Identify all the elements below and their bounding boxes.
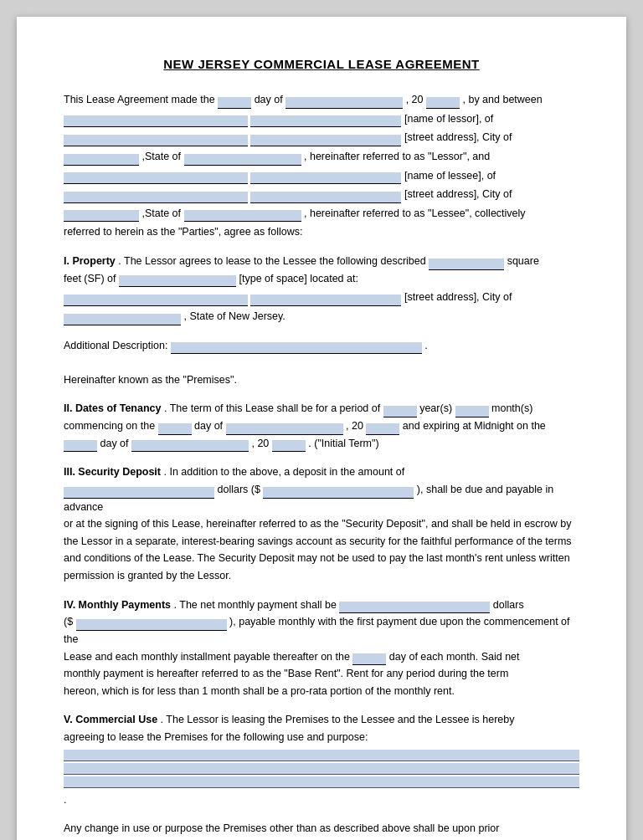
years-num-field[interactable]	[383, 406, 417, 417]
hereinafter-premises: Hereinafter known as the "Premises".	[64, 374, 237, 386]
section-1-label: I. Property	[64, 255, 116, 267]
street-address-label: [street address], City of	[404, 131, 512, 143]
section-5-text1: . The Lessor is leasing the Premises to …	[161, 714, 515, 725]
use-field-1[interactable]	[64, 750, 579, 761]
commencing-row: commencing on the day of , 20 and expiri…	[64, 417, 579, 435]
section-1: I. Property . The Lessor agrees to lease…	[64, 253, 579, 325]
monthly-payment-field[interactable]	[339, 602, 490, 613]
use-period: .	[64, 794, 66, 806]
by-between: , by and between	[462, 94, 542, 105]
lessor-address-field[interactable]	[64, 135, 248, 146]
commence-day-field[interactable]	[158, 423, 192, 435]
lessee-address-field2[interactable]	[250, 192, 401, 203]
hereinafter-lessor: , hereinafter referred to as "Lessor", a…	[304, 151, 490, 162]
lessor-name-row: [name of lessor], of	[64, 110, 579, 128]
use-field-2[interactable]	[64, 763, 579, 775]
expire-month-field[interactable]	[131, 440, 249, 452]
day-field[interactable]	[218, 97, 251, 109]
state-of2-label: ,State of	[141, 207, 183, 219]
section-5: V. Commercial Use . The Lessor is leasin…	[64, 711, 579, 808]
monthly-paren-field[interactable]	[76, 619, 227, 631]
comma-20: , 20	[406, 94, 424, 105]
section-5-label: V. Commercial Use	[64, 714, 157, 725]
lessee-street-label: [street address], City of	[404, 188, 512, 200]
document-title: NEW JERSEY COMMERCIAL LEASE AGREEMENT	[64, 57, 579, 71]
referred-to: referred to herein as the "Parties", agr…	[64, 223, 579, 241]
lessor-address-field2[interactable]	[250, 135, 401, 146]
sqft-label: square	[507, 255, 539, 267]
lessee-name-field[interactable]	[64, 172, 248, 184]
lessee-state-row: ,State of , hereinafter referred to as "…	[64, 205, 579, 223]
years-label: year(s)	[419, 402, 455, 414]
months-num-field[interactable]	[455, 406, 489, 417]
deposit-amount-field[interactable]	[64, 487, 214, 499]
lessor-state-field[interactable]	[64, 154, 139, 166]
deposit-amount-row: dollars ($ ), shall be due and payable i…	[64, 481, 579, 515]
lessor-name-field2[interactable]	[250, 115, 401, 127]
months-label: month(s)	[491, 402, 532, 414]
property-address-row: [street address], City of	[64, 289, 579, 306]
use-field-3[interactable]	[64, 776, 579, 788]
city-nj-field[interactable]	[64, 314, 181, 325]
lessee-label: [name of lessee], of	[404, 170, 496, 182]
year-field[interactable]	[426, 97, 460, 109]
lessee-state-name-field[interactable]	[184, 210, 301, 222]
section-2-label: II. Dates of Tenancy	[64, 402, 161, 414]
property-address-field[interactable]	[64, 295, 248, 306]
security-deposit-text: or at the signing of this Lease, hereina…	[64, 515, 579, 585]
any-change-text1: Any change in use or purpose the Premise…	[64, 820, 579, 837]
section-5-text2: agreeing to lease the Premises for the f…	[64, 729, 579, 746]
property-address-field2[interactable]	[250, 295, 401, 306]
expire-day-field[interactable]	[64, 440, 97, 452]
section-1-text1: . The Lessor agrees to lease to the Less…	[118, 255, 425, 267]
expiring-row: day of , 20 . ("Initial Term")	[64, 435, 579, 453]
feet-sf-row: feet (SF) of [type of space] located at:	[64, 270, 579, 288]
section-4-label: IV. Monthly Payments	[64, 599, 171, 611]
section-3-label: III. Security Deposit	[64, 466, 161, 478]
monthly-payment-row5: hereon, which is for less than 1 month s…	[64, 683, 579, 700]
section-2-text1: . The term of this Lease shall be for a …	[164, 402, 380, 414]
commence-month-field[interactable]	[226, 423, 343, 435]
type-of-space-field[interactable]	[119, 275, 236, 287]
monthly-payment-row4: monthly payment is hereafter referred to…	[64, 665, 579, 683]
lessee-name-field2[interactable]	[250, 172, 401, 184]
document-page: NEW JERSEY COMMERCIAL LEASE AGREEMENT Th…	[17, 17, 626, 840]
state-nj-label: , State of New Jersey.	[183, 310, 285, 322]
lessor-label: [name of lessor], of	[404, 113, 493, 125]
intro-section: This Lease Agreement made the day of , 2…	[64, 91, 579, 241]
date-field[interactable]	[285, 97, 403, 109]
state-nj-row: , State of New Jersey.	[64, 308, 579, 325]
type-of-space-label: [type of space] located at:	[239, 273, 358, 284]
lessor-address-row: [street address], City of	[64, 129, 579, 146]
lessee-address-field[interactable]	[64, 192, 248, 203]
add-desc-period: .	[424, 340, 427, 351]
expire-year-field[interactable]	[272, 440, 306, 452]
street-address-city-label: [street address], City of	[404, 291, 512, 303]
additional-description-section: Additional Description: . Hereinafter kn…	[64, 337, 579, 389]
deposit-dollars-field[interactable]	[263, 487, 414, 499]
lessee-state-field[interactable]	[64, 210, 139, 222]
lessor-state-name-field[interactable]	[184, 154, 301, 166]
section-3: III. Security Deposit . In addition to t…	[64, 464, 579, 584]
section-3-text1: . In addition to the above, a deposit in…	[164, 466, 405, 478]
sqft-field[interactable]	[429, 259, 504, 270]
section-2: II. Dates of Tenancy . The term of this …	[64, 400, 579, 452]
lessor-state-row: ,State of , hereinafter referred to as "…	[64, 148, 579, 166]
lessee-name-row: [name of lessee], of	[64, 167, 579, 185]
add-desc-field[interactable]	[171, 342, 422, 354]
monthly-payment-row2: ($ ), payable monthly with the first pay…	[64, 613, 579, 648]
day-label: day of	[255, 94, 286, 105]
monthly-day-field[interactable]	[352, 653, 386, 665]
lessor-name-field[interactable]	[64, 115, 248, 127]
dollars-label: dollars	[493, 599, 524, 611]
any-change-section: Any change in use or purpose the Premise…	[64, 820, 579, 840]
intro-text-1: This Lease Agreement made the	[64, 94, 215, 105]
commercial-use-fields	[64, 750, 579, 788]
lessee-address-row: [street address], City of	[64, 186, 579, 203]
state-of-label: ,State of	[141, 151, 183, 162]
monthly-payment-row3: Lease and each monthly installment payab…	[64, 648, 579, 666]
hereinafter-lessee: , hereinafter referred to as "Lessee", c…	[304, 207, 526, 219]
add-desc-label: Additional Description:	[64, 340, 171, 351]
section-4-text1: . The net monthly payment shall be	[174, 599, 337, 611]
commence-year-field[interactable]	[366, 423, 399, 435]
